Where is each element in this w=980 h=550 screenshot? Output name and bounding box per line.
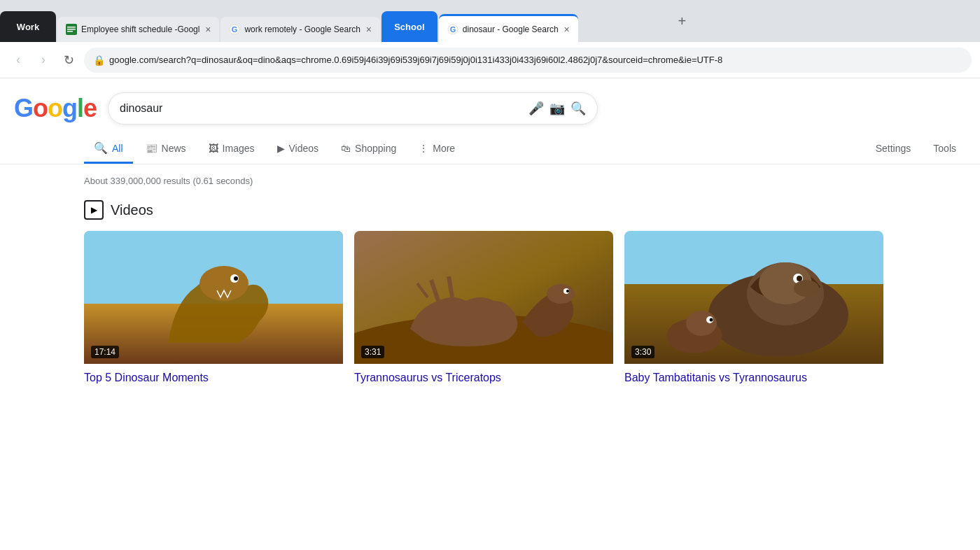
tab2-favicon: G	[229, 24, 240, 35]
shopping-icon: 🛍	[341, 143, 351, 154]
logo-g1: G	[14, 94, 33, 122]
page-content: Google dinosaur 🎤 📷 🔍 🔍 All 📰 News 🖼 I	[0, 78, 980, 550]
tab2-close[interactable]: ×	[363, 24, 374, 35]
search-box[interactable]: dinosaur 🎤 📷 🔍	[108, 92, 598, 125]
videos-section-title: Videos	[111, 202, 153, 218]
nav-settings-label: Settings	[876, 143, 911, 154]
video-title-3[interactable]: Baby Tambatitanis vs Tyrannosaurus	[624, 364, 883, 387]
video-thumb-bg-1	[84, 231, 343, 364]
video-duration-2: 3:31	[361, 346, 384, 358]
tab-employee-schedule[interactable]: Employee shift schedule -Googl ×	[57, 17, 219, 42]
news-icon: 📰	[146, 143, 158, 154]
nav-shopping-label: Shopping	[355, 143, 396, 154]
tab1-title: Employee shift schedule -Googl	[81, 24, 200, 34]
svg-point-19	[566, 290, 569, 292]
reload-button[interactable]: ↻	[59, 50, 78, 70]
search-nav: 🔍 All 📰 News 🖼 Images ▶ Videos 🛍 Shoppin…	[0, 132, 980, 164]
results-count: About 339,000,000 results (0.61 seconds)	[84, 176, 980, 186]
logo-g2: g	[62, 94, 77, 122]
search-bar-container: dinosaur 🎤 📷 🔍	[108, 92, 966, 125]
back-icon: ‹	[16, 52, 20, 67]
video-card-2[interactable]: 3:31 Tyrannosaurus vs Triceratops	[354, 231, 613, 387]
video-title-2[interactable]: Tyrannosaurus vs Triceratops	[354, 364, 613, 387]
nav-all[interactable]: 🔍 All	[84, 134, 133, 164]
search-nav-right: Settings Tools	[866, 136, 980, 163]
svg-point-30	[710, 318, 713, 322]
more-icon: ⋮	[419, 143, 428, 154]
nav-images-label: Images	[223, 143, 255, 154]
nav-shopping[interactable]: 🛍 Shopping	[331, 136, 406, 163]
videos-section-header: ▶ Videos	[84, 200, 980, 220]
forward-icon: ›	[41, 52, 46, 67]
video-thumb-3: 3:30	[624, 231, 883, 364]
images-icon: 🖼	[209, 143, 218, 154]
video-thumb-2: 3:31	[354, 231, 613, 364]
search-input-text: dinosaur	[120, 102, 528, 115]
svg-rect-1	[67, 27, 76, 28]
tab-dinosaur[interactable]: G dinosaur - Google Search ×	[439, 14, 578, 42]
tab-work-remotely[interactable]: G work remotely - Google Search ×	[220, 17, 379, 42]
work-group-label[interactable]: Work	[0, 11, 56, 42]
lock-icon: 🔒	[93, 55, 105, 66]
nav-tools[interactable]: Tools	[923, 136, 966, 163]
tab1-favicon	[66, 24, 77, 35]
video-card-3[interactable]: 3:30 Baby Tambatitanis vs Tyrannosaurus	[624, 231, 883, 387]
nav-videos[interactable]: ▶ Videos	[267, 136, 329, 163]
tab1-close[interactable]: ×	[202, 24, 214, 35]
logo-l: l	[77, 94, 83, 122]
tab3-title: dinosaur - Google Search	[463, 24, 559, 34]
reload-icon: ↻	[64, 52, 74, 68]
search-icon[interactable]: 🔍	[570, 101, 586, 116]
videos-icon: ▶	[277, 143, 285, 154]
nav-settings[interactable]: Settings	[866, 136, 921, 163]
back-button[interactable]: ‹	[8, 50, 28, 70]
svg-point-9	[200, 266, 248, 301]
svg-text:G: G	[232, 25, 238, 34]
nav-bar: ‹ › ↻ 🔒 google.com/search?q=dinosaur&oq=…	[0, 42, 980, 78]
nav-tools-label: Tools	[933, 143, 956, 154]
nav-more[interactable]: ⋮ More	[409, 136, 465, 163]
address-text: google.com/search?q=dinosaur&oq=dino&aqs…	[109, 55, 962, 65]
video-thumb-1: 17:14	[84, 231, 343, 364]
svg-point-25	[797, 276, 802, 281]
video-thumb-bg-3	[624, 231, 883, 364]
tab-bar: Work Employee shift schedule -Googl × G …	[0, 0, 980, 42]
school-group-label[interactable]: School	[382, 11, 438, 42]
nav-news[interactable]: 📰 News	[136, 136, 196, 163]
new-tab-button[interactable]: +	[672, 11, 692, 31]
svg-rect-2	[67, 29, 76, 30]
svg-point-28	[686, 311, 717, 336]
svg-point-26	[794, 280, 819, 297]
all-icon: 🔍	[94, 141, 108, 155]
camera-icon[interactable]: 📷	[550, 101, 565, 116]
video-title-1[interactable]: Top 5 Dinosaur Moments	[84, 364, 343, 387]
video-cards: 17:14 Top 5 Dinosaur Moments	[84, 231, 980, 387]
nav-news-label: News	[162, 143, 186, 154]
google-header: Google dinosaur 🎤 📷 🔍	[0, 78, 980, 132]
svg-rect-3	[67, 31, 73, 32]
svg-text:G: G	[450, 25, 456, 34]
mic-icon[interactable]: 🎤	[528, 101, 544, 116]
logo-e: e	[83, 94, 97, 122]
svg-point-11	[234, 276, 238, 281]
nav-images[interactable]: 🖼 Images	[199, 136, 265, 163]
tab2-title: work remotely - Google Search	[244, 24, 360, 34]
forward-button[interactable]: ›	[34, 50, 53, 70]
video-duration-3: 3:30	[631, 346, 654, 358]
results-area: About 339,000,000 results (0.61 seconds)…	[0, 164, 980, 387]
nav-videos-label: Videos	[289, 143, 319, 154]
tab3-favicon: G	[447, 24, 458, 35]
logo-o1: o	[33, 94, 48, 122]
video-thumb-bg-2	[354, 231, 613, 364]
search-icons: 🎤 📷 🔍	[528, 101, 586, 116]
svg-point-17	[547, 284, 575, 304]
address-bar[interactable]: 🔒 google.com/search?q=dinosaur&oq=dino&a…	[84, 48, 972, 73]
video-section-icon: ▶	[84, 200, 104, 220]
tab-group-school: School G dinosaur - Google Search ×	[382, 11, 670, 42]
tab3-close[interactable]: ×	[561, 24, 573, 35]
google-logo: Google	[14, 96, 97, 121]
video-duration-1: 17:14	[91, 346, 119, 358]
nav-all-label: All	[112, 143, 123, 154]
nav-more-label: More	[433, 143, 455, 154]
video-card-1[interactable]: 17:14 Top 5 Dinosaur Moments	[84, 231, 343, 387]
